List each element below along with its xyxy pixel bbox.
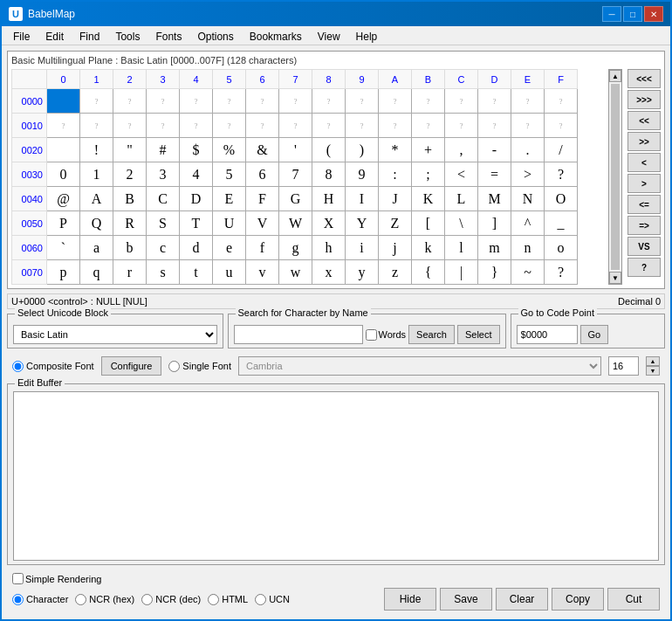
char-cell-00700[interactable]: p bbox=[47, 260, 80, 285]
copy-button[interactable]: Copy bbox=[552, 588, 604, 611]
char-cell-0070D[interactable]: } bbox=[478, 260, 511, 285]
char-cell-00203[interactable]: # bbox=[147, 138, 180, 162]
vs-button[interactable]: VS bbox=[627, 237, 661, 256]
char-cell-0010B[interactable]: ? bbox=[412, 114, 445, 138]
menu-options[interactable]: Options bbox=[189, 28, 241, 43]
char-cell-00109[interactable]: ? bbox=[346, 114, 379, 138]
menu-help[interactable]: Help bbox=[348, 28, 386, 43]
char-cell-00607[interactable]: g bbox=[279, 236, 312, 260]
char-cell-0070F[interactable]: ? bbox=[545, 260, 578, 285]
char-cell-0030F[interactable]: ? bbox=[545, 162, 578, 187]
char-cell-00405[interactable]: E bbox=[213, 187, 246, 211]
char-cell-0000B[interactable]: ? bbox=[412, 89, 445, 114]
search-input[interactable] bbox=[234, 325, 363, 344]
minimize-button[interactable]: ─ bbox=[602, 6, 621, 22]
char-cell-00408[interactable]: H bbox=[312, 187, 346, 211]
char-cell-00303[interactable]: 3 bbox=[147, 162, 180, 187]
char-cell-00400[interactable]: @ bbox=[47, 187, 80, 211]
char-cell-0040B[interactable]: K bbox=[412, 187, 445, 211]
unicode-block-select[interactable]: Basic Latin Latin-1 Supplement Latin Ext… bbox=[13, 325, 217, 344]
char-cell-00600[interactable]: ` bbox=[47, 236, 80, 260]
configure-button[interactable]: Configure bbox=[101, 356, 162, 376]
char-cell-00209[interactable]: ) bbox=[346, 138, 379, 162]
char-cell-0060A[interactable]: j bbox=[379, 236, 412, 260]
char-cell-0000A[interactable]: ? bbox=[379, 89, 412, 114]
help-side-button[interactable]: ? bbox=[627, 258, 661, 277]
char-cell-0030C[interactable]: < bbox=[445, 162, 478, 187]
font-size-input[interactable] bbox=[608, 356, 639, 376]
char-cell-00004[interactable]: ? bbox=[180, 89, 213, 114]
char-cell-00705[interactable]: u bbox=[213, 260, 246, 285]
char-cell-00309[interactable]: 9 bbox=[346, 162, 379, 187]
save-button[interactable]: Save bbox=[440, 588, 492, 611]
maximize-button[interactable]: □ bbox=[623, 6, 642, 22]
go-button[interactable]: Go bbox=[580, 325, 609, 344]
char-cell-00709[interactable]: y bbox=[346, 260, 379, 285]
char-cell-00100[interactable]: ? bbox=[47, 114, 80, 138]
clear-button[interactable]: Clear bbox=[496, 588, 548, 611]
char-cell-00406[interactable]: F bbox=[246, 187, 279, 211]
font-size-up[interactable]: ▲ bbox=[646, 356, 660, 366]
char-cell-00202[interactable]: " bbox=[113, 138, 147, 162]
char-cell-00507[interactable]: W bbox=[279, 211, 312, 236]
menu-view[interactable]: View bbox=[310, 28, 348, 43]
char-cell-00707[interactable]: w bbox=[279, 260, 312, 285]
char-cell-00102[interactable]: ? bbox=[113, 114, 147, 138]
char-cell-00107[interactable]: ? bbox=[279, 114, 312, 138]
char-cell-00605[interactable]: e bbox=[213, 236, 246, 260]
char-cell-00502[interactable]: R bbox=[113, 211, 147, 236]
char-cell-0020E[interactable]: . bbox=[511, 138, 545, 162]
menu-bookmarks[interactable]: Bookmarks bbox=[242, 28, 310, 43]
next-vs-button[interactable]: => bbox=[627, 216, 661, 235]
char-cell-00508[interactable]: X bbox=[312, 211, 346, 236]
char-cell-00402[interactable]: B bbox=[113, 187, 147, 211]
char-cell-00704[interactable]: t bbox=[180, 260, 213, 285]
char-cell-00407[interactable]: G bbox=[279, 187, 312, 211]
menu-fonts[interactable]: Fonts bbox=[147, 28, 189, 43]
next-char-button[interactable]: > bbox=[627, 174, 661, 193]
char-cell-00702[interactable]: r bbox=[113, 260, 147, 285]
char-cell-00509[interactable]: Y bbox=[346, 211, 379, 236]
char-cell-0030B[interactable]: ; bbox=[412, 162, 445, 187]
char-cell-0000F[interactable]: ? bbox=[545, 89, 578, 114]
char-cell-00001[interactable]: ? bbox=[80, 89, 113, 114]
char-cell-0040A[interactable]: J bbox=[379, 187, 412, 211]
char-cell-00308[interactable]: 8 bbox=[312, 162, 346, 187]
char-cell-0000C[interactable]: ? bbox=[445, 89, 478, 114]
char-cell-00505[interactable]: U bbox=[213, 211, 246, 236]
radio-character-input[interactable] bbox=[12, 594, 24, 605]
char-cell-00000[interactable] bbox=[47, 89, 80, 114]
char-cell-0030A[interactable]: : bbox=[379, 162, 412, 187]
char-cell-00404[interactable]: D bbox=[180, 187, 213, 211]
char-cell-0030E[interactable]: > bbox=[511, 162, 545, 187]
char-cell-0050B[interactable]: [ bbox=[412, 211, 445, 236]
menu-find[interactable]: Find bbox=[72, 28, 107, 43]
composite-font-radio[interactable] bbox=[12, 361, 24, 372]
char-cell-0070C[interactable]: | bbox=[445, 260, 478, 285]
select-button[interactable]: Select bbox=[457, 325, 500, 344]
prev-vs-button[interactable]: <= bbox=[627, 195, 661, 214]
char-cell-00304[interactable]: 4 bbox=[180, 162, 213, 187]
char-cell-00606[interactable]: f bbox=[246, 236, 279, 260]
radio-ucn-input[interactable] bbox=[255, 594, 266, 605]
menu-edit[interactable]: Edit bbox=[38, 28, 72, 43]
char-cell-0060E[interactable]: n bbox=[511, 236, 545, 260]
cut-button[interactable]: Cut bbox=[607, 588, 660, 611]
char-cell-00006[interactable]: ? bbox=[246, 89, 279, 114]
scroll-thumb[interactable] bbox=[611, 84, 620, 270]
close-button[interactable]: ✕ bbox=[644, 6, 663, 22]
char-cell-00701[interactable]: q bbox=[80, 260, 113, 285]
char-cell-00403[interactable]: C bbox=[147, 187, 180, 211]
char-cell-00007[interactable]: ? bbox=[279, 89, 312, 114]
radio-ncr-dec-input[interactable] bbox=[141, 594, 153, 605]
char-cell-0010C[interactable]: ? bbox=[445, 114, 478, 138]
char-cell-00602[interactable]: b bbox=[113, 236, 147, 260]
char-cell-00300[interactable]: 0 bbox=[47, 162, 80, 187]
first-page-button[interactable]: <<< bbox=[627, 69, 661, 88]
char-cell-0070A[interactable]: z bbox=[379, 260, 412, 285]
char-cell-0010E[interactable]: ? bbox=[511, 114, 545, 138]
last-page-button[interactable]: >>> bbox=[627, 90, 661, 109]
char-cell-00005[interactable]: ? bbox=[213, 89, 246, 114]
edit-buffer-textarea[interactable] bbox=[13, 391, 659, 561]
char-cell-0000D[interactable]: ? bbox=[478, 89, 511, 114]
